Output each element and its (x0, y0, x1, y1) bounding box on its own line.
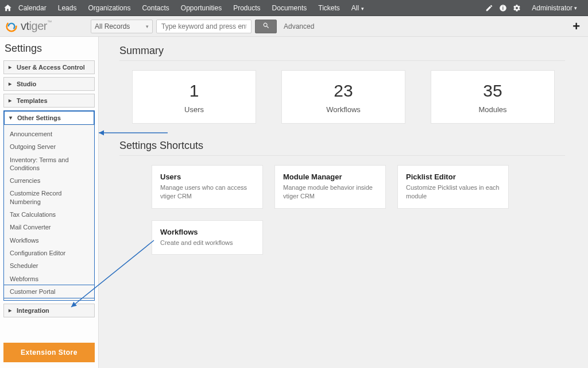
divider (119, 155, 565, 156)
sidebar-item-customer-portal[interactable]: Customer Portal (4, 285, 94, 298)
shortcut-desc: Customize Picklist values in each module (406, 183, 500, 201)
top-navbar: Calendar Leads Organizations Contacts Op… (0, 0, 588, 16)
chevron-down-icon: ▾ (361, 6, 364, 12)
sidebar-group-studio: ▸ Studio (3, 77, 95, 91)
toolbar: vtiger™ All Records ▾ Advanced + (0, 16, 588, 37)
shortcut-title: Workflows (160, 228, 254, 236)
sidebar-item-workflows[interactable]: Workflows (4, 234, 94, 247)
main: Settings ▸ User & Access Control ▸ Studi… (0, 37, 588, 368)
nav-documents[interactable]: Documents (267, 0, 312, 16)
nav-leads[interactable]: Leads (53, 0, 82, 16)
shortcut-title: Module Manager (283, 172, 377, 181)
nav-organizations[interactable]: Organizations (83, 0, 136, 16)
records-scope-select[interactable]: All Records ▾ (91, 20, 153, 33)
topnav-right: i Administrator ▾ (485, 0, 582, 16)
stat-users[interactable]: 1 Users (132, 70, 256, 124)
chevron-down-icon: ▾ (574, 0, 577, 16)
sidebar-group-label: Other Settings (17, 114, 61, 121)
search-button[interactable] (255, 20, 277, 33)
sidebar-group-label: User & Access Control (17, 64, 85, 71)
stat-value: 35 (431, 81, 554, 101)
admin-label: Administrator (532, 0, 572, 16)
stat-workflows[interactable]: 23 Workflows (281, 70, 405, 124)
nav-products[interactable]: Products (228, 0, 265, 16)
sidebar-group-label: Templates (17, 97, 48, 104)
pencil-icon[interactable] (485, 4, 493, 12)
nav-all[interactable]: All ▾ (346, 0, 369, 16)
shortcut-module-manager[interactable]: Module Manager Manage module behavior in… (274, 165, 386, 209)
advanced-search-link[interactable]: Advanced (284, 22, 314, 30)
sidebar-item-configuration-editor[interactable]: Configuration Editor (4, 247, 94, 259)
sidebar-group-templates: ▸ Templates (3, 94, 95, 108)
stats-row: 1 Users 23 Workflows 35 Modules (119, 70, 567, 124)
caret-right-icon: ▸ (9, 308, 13, 313)
home-icon[interactable] (3, 3, 12, 12)
caret-right-icon: ▸ (9, 98, 13, 103)
sidebar-header-templates[interactable]: ▸ Templates (4, 94, 94, 107)
sidebar-item-currencies[interactable]: Currencies (4, 174, 94, 187)
logo-text: vtiger™ (21, 20, 51, 33)
sidebar-item-mail-converter[interactable]: Mail Converter (4, 221, 94, 233)
sidebar-item-scheduler[interactable]: Scheduler (4, 259, 94, 272)
caret-down-icon: ▾ (9, 115, 14, 121)
stat-label: Workflows (282, 105, 405, 114)
add-button[interactable]: + (569, 19, 583, 34)
stat-label: Modules (431, 105, 554, 114)
summary-title: Summary (119, 45, 567, 57)
admin-menu[interactable]: Administrator ▾ (527, 0, 582, 16)
sidebar-group-other: ▾ Other Settings Announcement Outgoing S… (3, 110, 95, 301)
records-scope-label: All Records (95, 22, 130, 30)
info-icon[interactable]: i (499, 4, 507, 12)
logo[interactable]: vtiger™ (5, 20, 68, 33)
search-icon (262, 22, 270, 31)
caret-right-icon: ▸ (9, 64, 13, 70)
shortcut-desc: Manage users who can access vtiger CRM (160, 183, 254, 201)
settings-sidebar: Settings ▸ User & Access Control ▸ Studi… (0, 37, 99, 368)
stat-value: 23 (282, 81, 405, 101)
nav-tickets[interactable]: Tickets (313, 0, 345, 16)
search-input[interactable] (156, 20, 252, 33)
sidebar-header-other[interactable]: ▾ Other Settings (4, 111, 94, 125)
shortcut-desc: Manage module behavior inside vtiger CRM (283, 183, 377, 201)
stat-modules[interactable]: 35 Modules (431, 70, 555, 124)
caret-right-icon: ▸ (9, 81, 13, 87)
sidebar-item-outgoing-server[interactable]: Outgoing Server (4, 140, 94, 153)
nav-opportunities[interactable]: Opportunities (176, 0, 227, 16)
sidebar-header-studio[interactable]: ▸ Studio (4, 78, 94, 90)
sidebar-title: Settings (5, 43, 94, 55)
sidebar-item-webforms[interactable]: Webforms (4, 273, 94, 285)
sidebar-group-integration: ▸ Integration (3, 304, 95, 317)
svg-point-3 (9, 23, 15, 29)
divider (119, 60, 565, 61)
shortcut-users[interactable]: Users Manage users who can access vtiger… (152, 165, 263, 209)
sidebar-header-integration[interactable]: ▸ Integration (4, 304, 94, 317)
sidebar-item-announcement[interactable]: Announcement (4, 128, 94, 140)
nav-contacts[interactable]: Contacts (137, 0, 174, 16)
chevron-down-icon: ▾ (146, 24, 149, 29)
sidebar-group-label: Studio (17, 80, 36, 87)
gear-icon[interactable] (513, 4, 521, 12)
plus-icon: + (572, 19, 580, 33)
shortcut-title: Users (160, 172, 254, 181)
topnav-left: Calendar Leads Organizations Contacts Op… (3, 0, 369, 16)
sidebar-other-body: Announcement Outgoing Server Inventory: … (4, 125, 94, 300)
sidebar-group-user-access: ▸ User & Access Control (3, 60, 95, 74)
shortcut-workflows[interactable]: Workflows Create and edit workflows (152, 220, 263, 255)
shortcut-title: Picklist Editor (406, 172, 500, 181)
svg-text:i: i (502, 5, 504, 10)
sidebar-group-label: Integration (17, 307, 49, 314)
stat-label: Users (133, 105, 256, 114)
stat-value: 1 (133, 81, 256, 101)
shortcut-picklist-editor[interactable]: Picklist Editor Customize Picklist value… (397, 165, 509, 209)
shortcut-desc: Create and edit workflows (160, 239, 254, 247)
logo-icon (5, 20, 18, 33)
nav-calendar[interactable]: Calendar (13, 0, 52, 16)
extension-store-button[interactable]: Extension Store (3, 343, 95, 362)
sidebar-item-tax-calculations[interactable]: Tax Calculations (4, 208, 94, 221)
sidebar-header-user-access[interactable]: ▸ User & Access Control (4, 61, 94, 74)
sidebar-item-customize-record-numbering[interactable]: Customize Record Numbering (4, 187, 94, 208)
shortcuts-grid: Users Manage users who can access vtiger… (119, 165, 567, 255)
sidebar-item-inventory-terms[interactable]: Inventory: Terms and Conditions (4, 154, 94, 175)
content-area: Summary 1 Users 23 Workflows 35 Modules … (99, 37, 588, 368)
shortcuts-title: Settings Shortcuts (119, 140, 567, 152)
